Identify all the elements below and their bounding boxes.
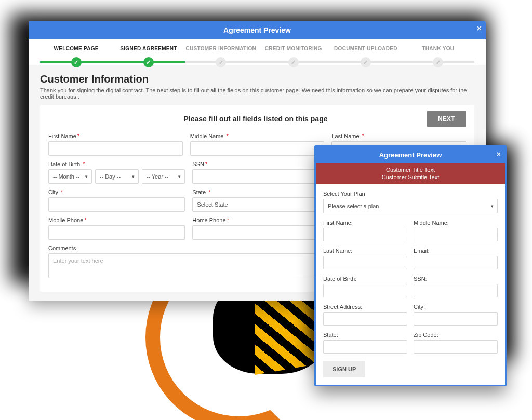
win1-title: Agreement Preview bbox=[223, 26, 291, 34]
win2-body: Select Your Plan Please select a plan Fi… bbox=[316, 184, 505, 385]
label-zip: Zip Code: bbox=[414, 332, 498, 338]
step-label: CUSTOMER INFORMATION bbox=[186, 46, 257, 51]
form-top: Please fill out all fields listed on thi… bbox=[48, 111, 466, 127]
zip-field[interactable] bbox=[414, 340, 498, 354]
mobile-phone-field[interactable] bbox=[48, 225, 185, 240]
label-last-name: Last Name * bbox=[331, 133, 466, 139]
label-last-name: Last Name: bbox=[323, 248, 407, 254]
city-field[interactable] bbox=[48, 197, 185, 212]
banner-title: Customer Title Text bbox=[316, 166, 505, 173]
label-first-name: First Name: bbox=[323, 220, 407, 226]
dob-field[interactable] bbox=[323, 284, 407, 297]
label-state: State: bbox=[323, 332, 407, 338]
checkmark-icon: ✓ bbox=[288, 57, 299, 67]
form-instruction: Please fill out all fields listed on thi… bbox=[85, 115, 427, 123]
label-middle-name: Middle Name: bbox=[414, 220, 498, 226]
dob-day-select[interactable]: -- Day -- bbox=[95, 169, 139, 184]
street-field[interactable] bbox=[323, 312, 407, 326]
checkmark-icon: ✓ bbox=[216, 57, 226, 67]
step-label: WELCOME PAGE bbox=[54, 46, 99, 51]
label-plan: Select Your Plan bbox=[323, 191, 498, 197]
middle-name-field[interactable] bbox=[190, 141, 325, 156]
step-label: CREDIT MONITORING bbox=[265, 46, 322, 51]
win2-title: Agreement Preview bbox=[379, 151, 442, 159]
label-ssn: SSN: bbox=[414, 276, 498, 282]
dob-year-select[interactable]: -- Year -- bbox=[142, 169, 185, 184]
checkmark-icon: ✓ bbox=[361, 57, 371, 67]
close-icon[interactable]: × bbox=[477, 24, 482, 33]
label-city: City * bbox=[48, 189, 185, 195]
next-button[interactable]: NEXT bbox=[427, 111, 466, 127]
label-first-name: First Name* bbox=[48, 133, 183, 139]
plan-select[interactable]: Please select a plan bbox=[323, 199, 498, 213]
step-label: SIGNED AGREEMENT bbox=[120, 46, 177, 51]
checkmark-icon: ✓ bbox=[143, 57, 154, 67]
banner-subtitle: Customer Subtitle Text bbox=[316, 173, 505, 181]
checkmark-icon: ✓ bbox=[71, 57, 82, 67]
dob-month-select[interactable]: -- Month -- bbox=[48, 169, 92, 184]
label-mobile: Mobile Phone* bbox=[48, 217, 185, 223]
window-agreement-small: Agreement Preview × Customer Title Text … bbox=[314, 145, 507, 386]
label-email: Email: bbox=[414, 248, 498, 254]
step-label: THANK YOU bbox=[422, 46, 454, 51]
step-customer-info[interactable]: CUSTOMER INFORMATION ✓ bbox=[185, 46, 257, 65]
step-thanks[interactable]: THANK YOU ✓ bbox=[402, 46, 474, 65]
progress-stepper: WELCOME PAGE ✓ SIGNED AGREEMENT ✓ CUSTOM… bbox=[29, 39, 486, 65]
customer-banner: Customer Title Text Customer Subtitle Te… bbox=[316, 163, 505, 184]
first-name-field[interactable] bbox=[48, 141, 183, 156]
ssn-field[interactable] bbox=[414, 284, 498, 297]
label-street: Street Address: bbox=[323, 304, 407, 310]
city-field[interactable] bbox=[414, 312, 498, 326]
state-field[interactable] bbox=[323, 340, 407, 354]
section-title: Customer Information bbox=[40, 73, 474, 85]
signup-button[interactable]: SIGN UP bbox=[323, 361, 365, 377]
close-icon[interactable]: × bbox=[497, 150, 501, 158]
middle-name-field[interactable] bbox=[414, 228, 498, 241]
label-city: City: bbox=[414, 304, 498, 310]
last-name-field[interactable] bbox=[323, 256, 407, 269]
win1-header: Agreement Preview × bbox=[29, 21, 486, 39]
label-dob: Date of Birth * bbox=[48, 161, 185, 167]
step-welcome[interactable]: WELCOME PAGE ✓ bbox=[40, 46, 112, 65]
step-credit[interactable]: CREDIT MONITORING ✓ bbox=[257, 46, 329, 65]
step-document[interactable]: DOCUMENT UPLOADED ✓ bbox=[329, 46, 402, 65]
step-signed[interactable]: SIGNED AGREEMENT ✓ bbox=[112, 46, 184, 65]
first-name-field[interactable] bbox=[323, 228, 407, 241]
checkmark-icon: ✓ bbox=[433, 57, 443, 67]
step-label: DOCUMENT UPLOADED bbox=[334, 46, 397, 51]
email-field[interactable] bbox=[414, 256, 498, 269]
label-dob: Date of Birth: bbox=[323, 276, 407, 282]
win2-header: Agreement Preview × bbox=[316, 147, 505, 163]
label-middle-name: Middle Name * bbox=[190, 133, 325, 139]
section-subtitle: Thank you for signing the digital contra… bbox=[40, 87, 474, 100]
